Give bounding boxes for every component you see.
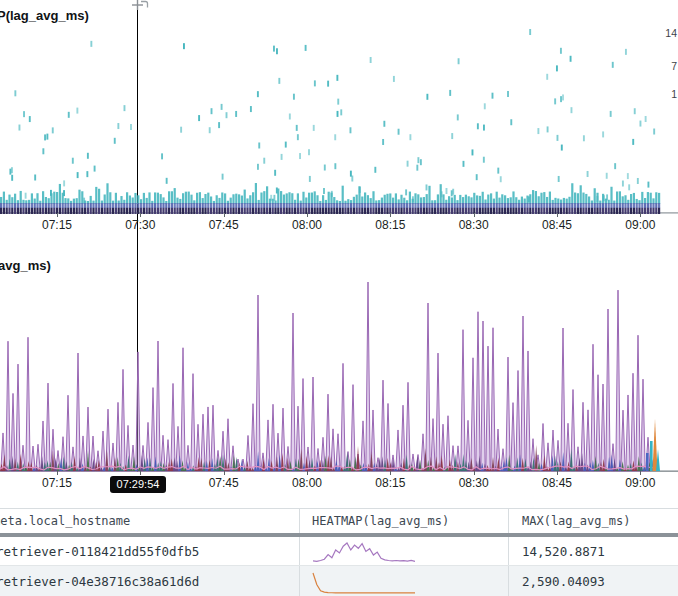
column-header-heatmap[interactable]: HEATMAP(lag_avg_ms) — [300, 509, 509, 533]
x-axis-label: 08:00 — [292, 218, 322, 232]
x-axis-label: 08:45 — [542, 476, 572, 490]
table-row[interactable]: retriever-04e38716c38a61d6d 2,590.04093 — [0, 566, 678, 596]
x-axis-tick — [140, 471, 141, 475]
x-axis-label: 08:15 — [375, 218, 405, 232]
x-axis-tick — [474, 213, 475, 217]
heatmap-y-label-1: 1 — [671, 88, 677, 100]
column-header-hostname[interactable]: meta.local_hostname — [0, 509, 300, 533]
hostname-cell: retriever-04e38716c38a61d6d — [0, 574, 199, 589]
max-value-cell: 14,520.8871 — [522, 544, 605, 559]
table-row[interactable]: retriever-0118421dd55f0dfb5 14,520.8871 — [0, 537, 678, 566]
x-axis-tick — [640, 213, 641, 217]
x-axis-tick — [474, 471, 475, 475]
x-axis-label: 07:45 — [209, 218, 239, 232]
heatmap-sparkline — [312, 569, 416, 595]
x-axis-tick — [224, 471, 225, 475]
x-axis-tick — [390, 471, 391, 475]
time-cursor-tooltip: 07:29:54 — [110, 476, 166, 493]
x-axis-label: 08:15 — [375, 476, 405, 490]
x-axis-tick — [57, 213, 58, 217]
x-axis-tick — [557, 471, 558, 475]
x-axis-tick — [224, 213, 225, 217]
max-value-cell: 2,590.04093 — [522, 574, 605, 589]
heatmap-chart-canvas[interactable] — [0, 0, 678, 215]
line-chart-canvas[interactable] — [0, 258, 678, 472]
x-axis-tick — [307, 213, 308, 217]
heatmap-y-label-7: 7 — [671, 60, 677, 72]
x-axis-label: 07:45 — [209, 476, 239, 490]
column-header-max[interactable]: MAX(lag_avg_ms) — [509, 509, 678, 533]
x-axis-tick — [307, 471, 308, 475]
x-axis-label: 08:30 — [459, 218, 489, 232]
x-axis-tick — [640, 471, 641, 475]
x-axis-tick — [557, 213, 558, 217]
column-header-label: MAX(lag_avg_ms) — [522, 514, 630, 528]
x-axis-label: 07:15 — [42, 476, 72, 490]
x-axis-label: 08:45 — [542, 218, 572, 232]
heatmap-sparkline — [312, 538, 416, 564]
x-axis-label: 07:30 — [125, 218, 155, 232]
x-axis-label: 07:15 — [42, 218, 72, 232]
x-axis-label: 09:00 — [625, 218, 655, 232]
monitoring-dashboard: P(lag_avg_ms) 14 7 1 07:1507:3007:4508:0… — [0, 0, 678, 596]
column-header-label: meta.local_hostname — [0, 514, 130, 528]
heatmap-y-label-14: 14 — [665, 27, 677, 39]
x-axis-tick — [390, 213, 391, 217]
line-x-axis: 07:1507:4508:0008:1508:3008:4509:00 — [0, 471, 678, 497]
x-axis-tick — [140, 213, 141, 217]
x-axis-label: 08:30 — [459, 476, 489, 490]
table-header-row: meta.local_hostname HEATMAP(lag_avg_ms) … — [0, 508, 678, 537]
x-axis-label: 08:00 — [292, 476, 322, 490]
results-table: meta.local_hostname HEATMAP(lag_avg_ms) … — [0, 508, 678, 596]
hostname-cell: retriever-0118421dd55f0dfb5 — [0, 544, 199, 559]
column-header-label: HEATMAP(lag_avg_ms) — [312, 514, 449, 528]
x-axis-label: 09:00 — [625, 476, 655, 490]
heatmap-x-axis: 07:1507:3007:4508:0008:1508:3008:4509:00 — [0, 213, 678, 239]
x-axis-tick — [57, 471, 58, 475]
